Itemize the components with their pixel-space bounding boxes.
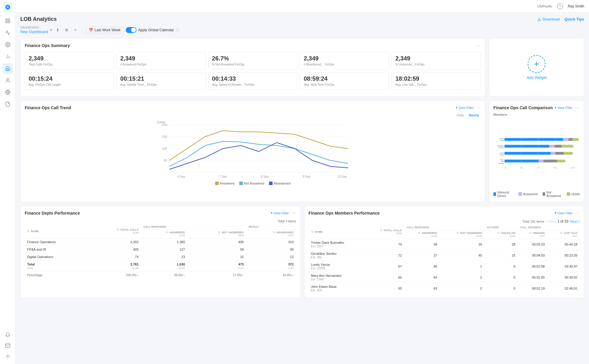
dashboard-chevron-icon[interactable]: ▾ (50, 28, 52, 32)
stat-value: 2,349 (29, 55, 110, 62)
copy-icon[interactable]: ⧉ (63, 27, 70, 33)
stat-label: Avg. FinOps Call Length (29, 83, 110, 87)
dashboard-controls: DASHBOARD New Dashboard ▾ ℹ ⧉ + 📅 Last W… (20, 26, 584, 34)
col-name[interactable]: ⇅ Name (25, 224, 89, 238)
call-trend-title: Finance Ops Call Trend (25, 105, 71, 110)
svg-text:Geraldine: Geraldine (497, 145, 504, 147)
member-holds-on: 0 (484, 283, 518, 294)
summary-menu-icon[interactable]: ⋯ (476, 43, 481, 48)
svg-text:0%: 0% (504, 167, 507, 169)
table-row: Geraldine SambuExt. 3827227451500:04:030… (309, 250, 580, 261)
daily-btn[interactable]: Daily (455, 113, 466, 118)
table-row: Lorely YarciaExt. 1028967661000:02:0803:… (309, 261, 580, 272)
col-total-calls[interactable]: ⇅ Total Calls SUM (89, 224, 141, 238)
members-label: Members (493, 113, 580, 116)
mem-col-answered[interactable]: ⇅ Answered SUM (404, 230, 440, 239)
quick-tips-button[interactable]: Quick Tips (565, 17, 584, 21)
logo[interactable]: R (3, 2, 13, 12)
info-icon[interactable]: ℹ (54, 27, 61, 33)
bottom-grid: Finance Depts Performance ▾ View Filter … (20, 206, 584, 298)
finance-depts-view-filter[interactable]: ▾ View Filter (271, 211, 289, 215)
mem-col-not-answered[interactable]: ⇅ Not Answered SUM (439, 230, 484, 239)
call-trend-view-filter[interactable]: ▾ View Filter (456, 106, 474, 110)
svg-text:7 Sep: 7 Sep (219, 175, 227, 178)
sidebar-item-report[interactable] (2, 99, 13, 110)
sidebar-item-user[interactable] (2, 75, 13, 86)
stat-card: 2,349Total Calls FinOps (25, 52, 114, 70)
sidebar-item-mail[interactable] (2, 340, 13, 351)
svg-text:Hernan: Hernan (499, 163, 504, 164)
sidebar-item-globe[interactable] (2, 87, 13, 98)
legend-item: Holds (567, 190, 580, 198)
finance-members-menu-icon[interactable]: ⋯ (575, 210, 580, 216)
svg-text:8 Sep: 8 Sep (261, 175, 269, 178)
dept-not-answered: 15 (187, 253, 246, 261)
next-page-button[interactable]: Next > (570, 220, 580, 223)
toggle-switch[interactable] (126, 27, 136, 33)
help-icon[interactable]: ? (557, 3, 563, 9)
dept-name: Finance Operations (25, 238, 89, 246)
sidebar-item-gear[interactable] (2, 351, 13, 362)
svg-text:Lorely: Lorely (500, 152, 504, 154)
date-range-label: Last Work Week (94, 28, 121, 32)
finance-members-pagination-row: Total 161 items < Prev 1 of 33 Next > (309, 219, 580, 224)
mem-col-ringing[interactable]: ⇅ Ringing AVG (518, 230, 547, 239)
sidebar-item-home[interactable] (2, 15, 13, 26)
global-calendar-toggle[interactable]: Apply Global Calendar ⓘ (126, 27, 179, 33)
stat-value: 00:15:21 (120, 75, 202, 82)
dept-answered: 1,380 (141, 238, 187, 246)
svg-rect-33 (563, 138, 568, 141)
stat-value: 00:15:24 (29, 75, 110, 82)
sidebar-item-analytics[interactable] (2, 27, 13, 38)
svg-rect-45 (551, 152, 555, 154)
call-comparison-title: Finance Ops Call Comparison (493, 105, 553, 110)
col-not-answered[interactable]: ⇅ Not Answered SUM (187, 230, 246, 238)
stat-label: # Answered FinOps (120, 63, 202, 66)
col-answered[interactable]: ⇅ Answered SUM (141, 230, 187, 238)
member-live-talk: 00:30:02 (547, 272, 580, 283)
svg-text:75%: 75% (554, 167, 557, 169)
call-comparison-view-filter[interactable]: ▾ View Filter (555, 106, 573, 110)
finance-depts-table: ⇅ Name ⇅ Total Calls SUM CALL RESPONSE R… (25, 224, 296, 279)
member-holds-on: 0 (484, 261, 518, 272)
hourly-btn[interactable]: Hourly (467, 113, 481, 118)
call-trend-controls: ▾ View Filter ⋯ (456, 105, 481, 110)
legend-label: Not Answered (244, 182, 264, 185)
finance-depts-controls: ▾ View Filter ⋯ (271, 210, 296, 216)
sidebar-item-bell[interactable] (2, 329, 13, 340)
svg-rect-32 (504, 138, 563, 141)
mem-col-live-talk[interactable]: ⇅ Live Talk AVG (547, 230, 580, 239)
middle-grid: Finance Ops Call Trend ▾ View Filter ⋯ D… (20, 100, 584, 202)
stat-value: 08:59:24 (304, 75, 385, 82)
member-total-calls: 65 (365, 283, 404, 294)
mem-col-name[interactable]: ⇅ Name (309, 225, 365, 239)
mem-col-holds-on[interactable]: ⇅ Holds On SUM (484, 230, 518, 239)
svg-rect-54 (557, 160, 565, 162)
svg-rect-2 (6, 19, 7, 20)
legend-label: Answered (220, 182, 234, 185)
add-widget-panel[interactable]: + Add Widget (489, 38, 584, 97)
toggle-knob (131, 28, 136, 32)
svg-rect-53 (543, 160, 557, 162)
sidebar-item-settings[interactable] (2, 39, 13, 50)
prev-page-button[interactable]: < Prev (546, 220, 556, 223)
call-trend-menu-icon[interactable]: ⋯ (476, 105, 481, 110)
call-comparison-menu-icon[interactable]: ⋯ (575, 105, 580, 110)
svg-text:Tristan: Tristan (499, 138, 504, 140)
download-button[interactable]: Download (537, 17, 560, 21)
finance-depts-menu-icon[interactable]: ⋯ (291, 210, 296, 216)
dashboard-name[interactable]: New Dashboard (20, 29, 48, 34)
col-abandoned[interactable]: ⇅ Abandoned SUM (246, 230, 296, 238)
mem-col-total-calls[interactable]: ⇅ Total Calls SUM (365, 225, 404, 239)
svg-text:Yarcia: Yarcia (500, 154, 504, 156)
add-widget-icon: + (528, 55, 546, 73)
sidebar-item-dashboard[interactable] (2, 63, 13, 74)
view-filter-text: View Filter (459, 106, 474, 110)
sidebar-item-chart[interactable] (2, 51, 13, 62)
member-answered: 63 (404, 283, 440, 294)
date-range-button[interactable]: 📅 Last Work Week (86, 27, 123, 33)
legend-dot (493, 192, 496, 196)
finance-members-view-filter[interactable]: ▾ View Filter (555, 211, 573, 215)
add-icon[interactable]: + (72, 27, 79, 33)
dashboard-label: DASHBOARD (20, 26, 48, 29)
